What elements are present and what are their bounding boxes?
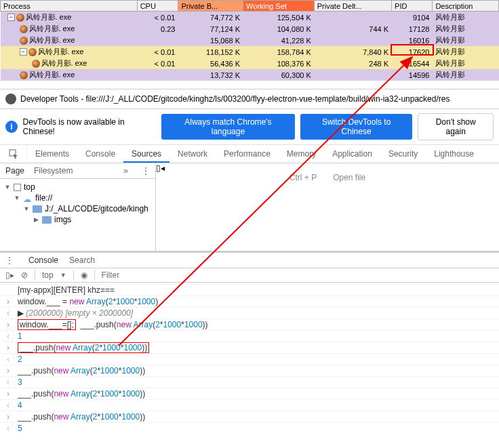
console-line[interactable]: ›___.push(new Array(2*1000*1000)) (0, 411, 499, 422)
process-table: ProcessCPUPrivate B...Working SetPrivate… (0, 0, 499, 81)
tab-security[interactable]: Security (380, 145, 426, 163)
console-content: 1 (18, 331, 22, 341)
inspect-icon[interactable] (0, 145, 27, 163)
open-file-hint: Ctrl + P (290, 173, 317, 182)
proc-header-6[interactable]: Description (433, 1, 499, 12)
tab-elements[interactable]: Elements (27, 145, 77, 163)
tree-top[interactable]: ▼top (0, 182, 155, 192)
cell-pd (314, 12, 391, 24)
cell-desc: 风铃月影 (433, 69, 499, 81)
console-sidebar-toggle-icon[interactable]: ▯▸ (5, 270, 14, 280)
proc-header-0[interactable]: Process (1, 1, 138, 12)
cell-cpu: < 0.01 (137, 12, 178, 24)
console-line[interactable]: ›___.push(new Array(2*1000*1000)) (0, 342, 499, 353)
execution-context[interactable]: top (42, 270, 54, 280)
console-content: 3 (18, 378, 22, 387)
cell-cpu: 0.23 (137, 23, 178, 35)
tab-console[interactable]: Console (77, 145, 123, 163)
devtools-title: Developer Tools - file:///J:/_ALL/CODE/g… (20, 94, 450, 104)
cell-pb: 15,068 K (178, 35, 243, 46)
console-line[interactable]: ‹2 (0, 353, 499, 365)
proc-header-4[interactable]: Private Delt... (314, 1, 391, 12)
navigator-menu-icon[interactable]: ⋮ (142, 166, 150, 176)
console-line[interactable]: ‹5 (0, 422, 499, 434)
cell-cpu: < 0.01 (137, 46, 178, 58)
table-row[interactable]: −风铃月影. exe< 0.0174,772 K125,504 K9104风铃月… (1, 12, 499, 24)
console-line[interactable]: [my-appx][ENTER] khz=== (0, 284, 499, 296)
switch-chinese-button[interactable]: Switch DevTools to Chinese (300, 114, 412, 140)
devtools-infobar: i DevTools is now available in Chinese! … (0, 109, 499, 145)
tab-application[interactable]: Application (324, 145, 380, 163)
proc-header-5[interactable]: PID (392, 1, 433, 12)
process-name: 风铃月影. exe (29, 24, 75, 34)
console-line[interactable]: ‹4 (0, 399, 499, 411)
console-content: 5 (18, 424, 22, 433)
cell-pd (314, 69, 391, 81)
console-line[interactable]: ›window.___ = new Array(2*1000*1000) (0, 296, 499, 307)
tab-network[interactable]: Network (169, 145, 216, 163)
console-line[interactable]: ‹1 (0, 330, 499, 342)
console-filter-input[interactable] (102, 270, 494, 280)
proc-header-3[interactable]: Working Set (243, 1, 315, 12)
tab-sources[interactable]: Sources (123, 145, 169, 163)
process-icon (32, 60, 40, 68)
toggle-pane-icon[interactable]: ▯◂ (156, 163, 165, 173)
process-icon (16, 14, 24, 22)
process-name: 风铃月影. exe (26, 12, 72, 22)
process-name: 风铃月影. exe (38, 47, 84, 57)
console-line[interactable]: ›window.___=[]; ___.push(new Array(2*100… (0, 319, 499, 330)
source-tree: ▼top ▼☁file:// ▼J:/_ALL/CODE/gitcode/kin… (0, 179, 155, 228)
tab-performance[interactable]: Performance (216, 145, 279, 163)
proc-header-2[interactable]: Private B... (178, 1, 243, 12)
drawer-menu-icon[interactable]: ⋮ (5, 256, 14, 265)
cell-desc: 风铃月影 (433, 23, 499, 35)
process-icon (20, 25, 28, 33)
tree-folder-1[interactable]: ▼J:/_ALL/CODE/gitcode/kingh (0, 203, 155, 214)
cell-pid: 17620 (392, 46, 433, 58)
clear-console-icon[interactable]: ⊘ (21, 270, 28, 280)
tab-memory[interactable]: Memory (279, 145, 324, 163)
tree-folder-2[interactable]: ▶imgs (0, 214, 155, 225)
console-line[interactable]: ‹3 (0, 376, 499, 388)
cell-ws: 125,504 K (243, 12, 315, 24)
console-content: ___.push(new Array(2*1000*1000)) (18, 389, 145, 399)
proc-header-1[interactable]: CPU (137, 1, 178, 12)
table-row[interactable]: −风铃月影. exe< 0.01118,152 K158,784 K7,840 … (1, 46, 499, 58)
sources-navigator: Page Filesystem » ⋮ ▼top ▼☁file:// ▼J:/_… (0, 163, 156, 251)
table-row[interactable]: 风铃月影. exe0.2377,124 K104,080 K744 K17128… (1, 23, 499, 35)
tree-file-origin[interactable]: ▼☁file:// (0, 192, 155, 203)
console-content: ___.push(new Array(2*1000*1000)) (18, 343, 149, 352)
process-name: 风铃月影. exe (41, 58, 87, 68)
console-content: ___.push(new Array(2*1000*1000)) (18, 366, 145, 375)
drawer-tab-console[interactable]: Console (28, 256, 58, 265)
drawer-tab-search[interactable]: Search (69, 256, 95, 265)
cell-pd: 248 K (314, 58, 391, 69)
navigator-tab-filesystem[interactable]: Filesystem (34, 166, 73, 176)
devtools-titlebar: Developer Tools - file:///J:/_ALL/CODE/g… (0, 89, 499, 109)
cell-desc: 风铃月影 (433, 46, 499, 58)
process-name: 风铃月影. exe (29, 70, 75, 80)
cell-cpu: < 0.01 (137, 58, 178, 69)
console-line[interactable]: ›___.push(new Array(2*1000*1000)) (0, 365, 499, 376)
process-icon (20, 71, 28, 79)
console-line[interactable]: ›___.push(new Array(2*1000*1000)) (0, 388, 499, 399)
table-row[interactable]: 风铃月影. exe15,068 K41,228 K16016风铃月影 (1, 35, 499, 46)
cell-ws: 104,080 K (243, 23, 315, 35)
tab-lighthouse[interactable]: Lighthouse (426, 145, 482, 163)
cell-desc: 风铃月影 (433, 35, 499, 46)
live-expression-icon[interactable]: ◉ (81, 270, 87, 280)
console-content: [my-appx][ENTER] khz=== (18, 285, 115, 295)
cell-cpu (137, 69, 178, 81)
match-language-button[interactable]: Always match Chrome's language (161, 114, 295, 140)
navigator-more-icon[interactable]: » (123, 166, 128, 176)
cell-pd (314, 35, 391, 46)
dont-show-again-button[interactable]: Don't show again (418, 113, 494, 140)
console-content: ___.push(new Array(2*1000*1000)) (18, 412, 145, 422)
table-row[interactable]: 风铃月影. exe< 0.0156,436 K108,376 K248 K165… (1, 58, 499, 69)
cell-pid: 14596 (392, 69, 433, 81)
table-row[interactable]: 风铃月影. exe13,732 K60,300 K14596风铃月影 (1, 69, 499, 81)
navigator-tab-page[interactable]: Page (5, 166, 24, 176)
tree-toggle-icon[interactable]: − (20, 48, 27, 56)
console-line[interactable]: ‹▶ (2000000) [empty × 2000000] (0, 307, 499, 319)
tree-toggle-icon[interactable]: − (7, 14, 15, 21)
